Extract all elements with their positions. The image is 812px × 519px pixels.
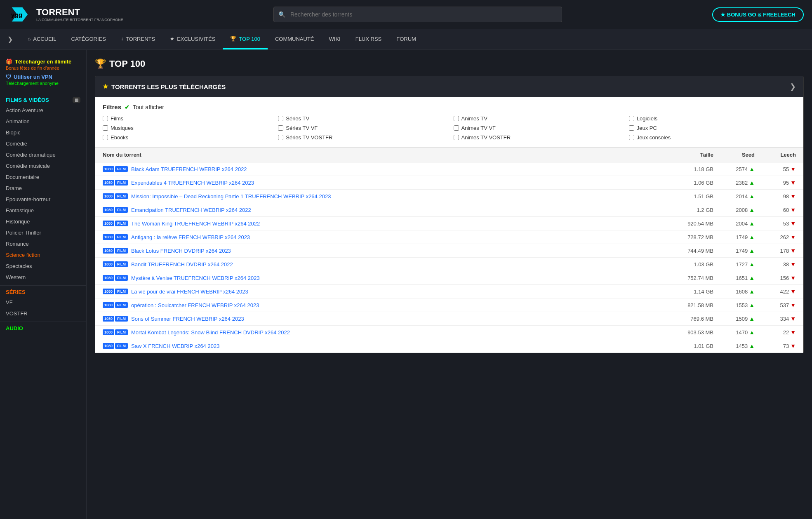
sidebar-section-audio[interactable]: AUDIO xyxy=(0,322,86,333)
table-row[interactable]: 1080FILMMystère à Venise TRUEFRENCH WEBR… xyxy=(95,271,803,285)
sidebar-item-vostfr[interactable]: VOSTFR xyxy=(0,308,86,319)
promo-unlimited[interactable]: 🎁 Télécharger en illimité xyxy=(6,59,80,65)
sidebar-item-epouvante-horreur[interactable]: Epouvante-horreur xyxy=(0,194,86,205)
sidebar-series-list: VFVOSTFR xyxy=(0,297,86,319)
sidebar-section-films[interactable]: FILMS & VIDÉOS ▦ xyxy=(0,94,86,105)
nav-toggle[interactable]: ❯ xyxy=(0,29,20,49)
main-content: 🏆 TOP 100 ★ TORRENTS LES PLUS TÉLÉCHARGÉ… xyxy=(87,50,812,519)
torrent-leech: 73 ▼ xyxy=(755,343,796,349)
chevron-down-icon[interactable]: ❯ xyxy=(790,82,796,91)
leech-down-icon: ▼ xyxy=(790,329,796,336)
torrent-size: 1.2 GB xyxy=(664,207,713,213)
torrent-seed: 2004 ▲ xyxy=(713,220,755,227)
table-row[interactable]: 1080FILMMortal Kombat Legends: Snow Blin… xyxy=(95,326,803,339)
filters-title: Filtres ✔ Tout afficher xyxy=(103,103,796,110)
top-box-title: ★ TORRENTS LES PLUS TÉLÉCHARGÉS xyxy=(103,83,226,90)
filter-séries-tv[interactable]: Séries TV xyxy=(278,115,445,122)
table-row[interactable]: 1080FILMBlack Adam TRUEFRENCH WEBRIP x26… xyxy=(95,162,803,176)
torrent-size: 728.72 MB xyxy=(664,234,713,240)
table-row[interactable]: 1080FILMBlack Lotus FRENCH DVDRIP x264 2… xyxy=(95,244,803,258)
filter-animes-tv-vf[interactable]: Animes TV VF xyxy=(454,125,621,131)
table-row[interactable]: 1080FILMopération : Soulcatcher FRENCH W… xyxy=(95,298,803,312)
torrent-title: Antigang : la relève FRENCH WEBRIP x264 … xyxy=(131,234,250,240)
sidebar-item-romance[interactable]: Romance xyxy=(0,238,86,249)
sidebar-item-biopic[interactable]: Biopic xyxy=(0,127,86,138)
nav-accueil[interactable]: ⌂ACCUEIL xyxy=(20,30,64,49)
table-row[interactable]: 1080FILMAntigang : la relève FRENCH WEBR… xyxy=(95,230,803,244)
nav-torrents[interactable]: ↓TORRENTS xyxy=(113,30,162,49)
nav-wiki[interactable]: WIKI xyxy=(322,30,348,49)
sidebar-item-spectacles[interactable]: Spectacles xyxy=(0,261,86,272)
filter-films[interactable]: Films xyxy=(103,115,270,122)
star-header-icon: ★ xyxy=(103,83,108,90)
filter-ebooks[interactable]: Ebooks xyxy=(103,134,270,141)
nav-categories[interactable]: CATÉGORIES xyxy=(64,30,113,49)
resolution-badge: 1080 xyxy=(103,343,114,349)
filter-animes-tv-vostfr[interactable]: Animes TV VOSTFR xyxy=(454,134,621,141)
nav-flux-rss[interactable]: FLUX RSS xyxy=(348,30,389,49)
sidebar-item-historique[interactable]: Historique xyxy=(0,216,86,227)
filter-jeux-consoles[interactable]: Jeux consoles xyxy=(629,134,796,141)
filter-animes-tv[interactable]: Animes TV xyxy=(454,115,621,122)
torrent-size: 920.54 MB xyxy=(664,221,713,227)
page-layout: 🎁 Télécharger en illimité Bonus fêtes de… xyxy=(0,50,812,519)
leech-down-icon: ▼ xyxy=(790,247,796,254)
torrent-badge: 1080FILM xyxy=(103,180,128,186)
table-row[interactable]: 1080FILMSaw X FRENCH WEBRIP x264 20231.0… xyxy=(95,339,803,353)
table-row[interactable]: 1080FILMMission: Impossible – Dead Recko… xyxy=(95,190,803,203)
torrent-name: 1080FILMAntigang : la relève FRENCH WEBR… xyxy=(103,234,664,240)
seed-up-icon: ▲ xyxy=(749,193,755,200)
search-input[interactable] xyxy=(273,7,562,22)
table-row[interactable]: 1080FILMSons of Summer FRENCH WEBRIP x26… xyxy=(95,312,803,326)
sidebar-item-comédie-dramatique[interactable]: Comédie dramatique xyxy=(0,149,86,160)
sidebar-item-science-fiction[interactable]: Science fiction xyxy=(0,249,86,261)
sidebar-item-animation[interactable]: Animation xyxy=(0,116,86,127)
torrent-seed: 1453 ▲ xyxy=(713,343,755,349)
bonus-button[interactable]: ★ BONUS GO & FREELEECH xyxy=(712,7,804,22)
filter-séries-tv-vf[interactable]: Séries TV VF xyxy=(278,125,445,131)
sidebar-item-western[interactable]: Western xyxy=(0,272,86,283)
sidebar-item-documentaire[interactable]: Documentaire xyxy=(0,171,86,183)
sidebar-item-fantastique[interactable]: Fantastique xyxy=(0,205,86,216)
filter-grid: FilmsSéries TVAnimes TVLogicielsMusiques… xyxy=(103,115,796,141)
table-row[interactable]: 1080FILMLa vie pour de vrai FRENCH WEBRI… xyxy=(95,285,803,298)
torrent-leech: 422 ▼ xyxy=(755,288,796,295)
sidebar-item-drame[interactable]: Drame xyxy=(0,183,86,194)
filter-musiques[interactable]: Musiques xyxy=(103,125,270,131)
sidebar-item-vf[interactable]: VF xyxy=(0,297,86,308)
torrent-seed: 2008 ▲ xyxy=(713,207,755,213)
torrent-size: 1.18 GB xyxy=(664,166,713,172)
table-row[interactable]: 1080FILMBandit TRUEFRENCH DVDRIP x264 20… xyxy=(95,258,803,271)
filter-logiciels[interactable]: Logiciels xyxy=(629,115,796,122)
sidebar-section-series[interactable]: SÉRIES xyxy=(0,285,86,297)
table-row[interactable]: 1080FILMExpendables 4 TRUEFRENCH WEBRIP … xyxy=(95,176,803,190)
torrent-name: 1080FILMMystère à Venise TRUEFRENCH WEBR… xyxy=(103,275,664,281)
nav-top100[interactable]: 🏆TOP 100 xyxy=(223,30,268,49)
torrent-seed: 2014 ▲ xyxy=(713,193,755,200)
table-row[interactable]: 1080FILMEmancipation TRUEFRENCH WEBRIP x… xyxy=(95,203,803,217)
torrent-title: Mission: Impossible – Dead Reckoning Par… xyxy=(131,193,331,200)
logo-icon: ygg xyxy=(8,4,33,25)
nav-exclusivites[interactable]: ★EXCLUSIVITÉS xyxy=(162,30,223,49)
filters-area: Filtres ✔ Tout afficher FilmsSéries TVAn… xyxy=(95,97,803,148)
resolution-badge: 1080 xyxy=(103,302,114,308)
promo-vpn[interactable]: 🛡 Utiliser un VPN xyxy=(6,74,80,80)
sidebar-item-action-aventure[interactable]: Action Aventure xyxy=(0,105,86,116)
table-row[interactable]: 1080FILMThe Woman King TRUEFRENCH WEBRIP… xyxy=(95,217,803,230)
torrent-seed: 1553 ▲ xyxy=(713,302,755,308)
torrent-title: Bandit TRUEFRENCH DVDRIP x264 2022 xyxy=(131,261,233,268)
filter-jeux-pc[interactable]: Jeux PC xyxy=(629,125,796,131)
seed-up-icon: ▲ xyxy=(749,234,755,240)
nav-communaute[interactable]: COMMUNAUTÉ xyxy=(268,30,322,49)
torrent-size: 769.6 MB xyxy=(664,316,713,322)
sidebar-item-comédie[interactable]: Comédie xyxy=(0,138,86,149)
leech-down-icon: ▼ xyxy=(790,234,796,240)
resolution-badge: 1080 xyxy=(103,289,114,294)
sidebar-item-policier-thriller[interactable]: Policier Thriller xyxy=(0,227,86,238)
category-badge: FILM xyxy=(115,193,128,199)
nav-forum[interactable]: FORUM xyxy=(389,30,424,49)
filter-séries-tv-vostfr[interactable]: Séries TV VOSTFR xyxy=(278,134,445,141)
category-badge: FILM xyxy=(115,221,128,226)
torrent-badge: 1080FILM xyxy=(103,166,128,172)
sidebar-item-comédie-musicale[interactable]: Comédie musicale xyxy=(0,160,86,171)
